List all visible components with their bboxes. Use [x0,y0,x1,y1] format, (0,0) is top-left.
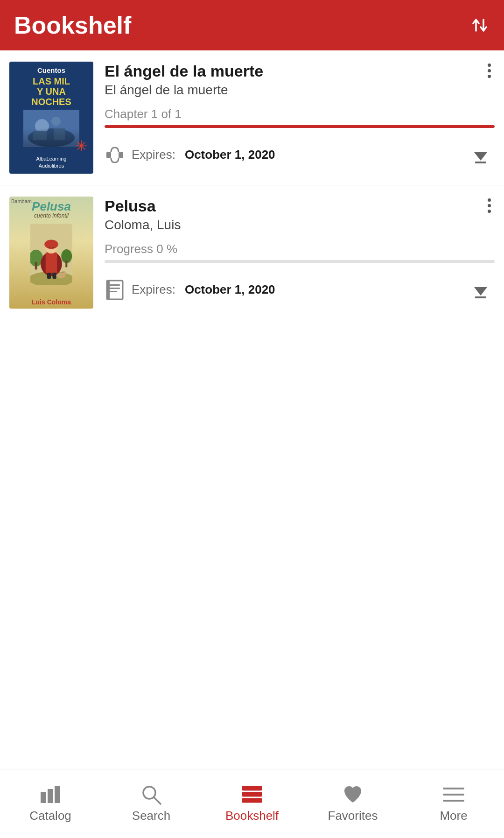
expires-date: October 1, 2020 [185,148,275,162]
ebook-icon [105,280,125,300]
book-title-area-2: Pelusa Coloma, Luis [105,197,181,232]
nav-item-favorites[interactable]: Favorites [302,769,403,838]
catalog-icon [38,784,63,805]
nav-item-bookshelf[interactable]: Bookshelf [202,769,302,838]
dot-3 [488,75,491,78]
svg-rect-31 [107,281,110,299]
progress-bar-track [105,125,495,128]
dot-2 [488,69,491,72]
book-header-row-2: Pelusa Coloma, Luis [105,197,495,232]
progress-label-2: Progress 0 % [105,242,495,256]
cover-figure [30,221,72,282]
svg-rect-23 [52,272,56,278]
progress-label: Chapter 1 of 1 [105,107,495,121]
svg-rect-29 [110,288,120,289]
cover-title-main: LAS MILY UNANOCHES [31,76,71,107]
download-button-2[interactable] [467,276,495,304]
progress-bar-track-2 [105,260,495,263]
nav-item-search[interactable]: Search [101,769,202,838]
table-row: Cuentos LAS MILY UNANOCHES ✳ AlbaLearnin… [0,50,504,185]
progress-section-2: Progress 0 % [105,242,495,263]
svg-rect-34 [41,792,46,803]
svg-rect-5 [54,128,65,140]
book-info-1: El ángel de la muerte El ángel de la mue… [105,62,495,174]
book-info-2: Pelusa Coloma, Luis Progress 0 % [105,197,495,309]
svg-marker-32 [474,287,487,296]
expires-date-2: October 1, 2020 [185,282,275,297]
cover-image-area [23,110,79,147]
dot-1 [488,198,491,202]
svg-point-1 [28,128,75,147]
book-meta-left-2: Expires: October 1, 2020 [105,280,275,300]
svg-rect-17 [46,252,57,273]
sort-button[interactable] [469,15,490,35]
book-author-2: Coloma, Luis [105,218,181,232]
book-cover-1[interactable]: Cuentos LAS MILY UNANOCHES ✳ AlbaLearnin… [9,62,93,174]
book-author: El ángel de la muerte [105,83,263,98]
more-label: More [440,809,467,823]
bottom-navigation: Catalog Search Bookshelf Favorit [0,769,504,838]
book-cover-2[interactable]: Bambam Pelusa cuento infantil [9,197,93,309]
book-meta-1: Expires: October 1, 2020 [105,141,495,169]
dot-2 [488,204,491,207]
cover-publisher: Bambam [11,198,32,204]
bookshelf-label: Bookshelf [225,809,279,823]
download-button-1[interactable] [467,141,495,169]
book-more-button[interactable] [484,62,495,80]
svg-marker-8 [474,152,487,161]
bookshelf-icon [240,784,264,805]
svg-point-26 [62,271,64,273]
svg-rect-6 [106,152,111,158]
svg-rect-39 [242,786,262,790]
book-list: Cuentos LAS MILY UNANOCHES ✳ AlbaLearnin… [0,50,504,769]
svg-rect-41 [242,798,262,803]
book-meta-left: Expires: October 1, 2020 [105,145,275,165]
book-title-2: Pelusa [105,197,181,216]
app-header: Bookshelf [0,0,504,50]
favorites-icon [341,784,365,805]
svg-rect-33 [475,296,486,298]
book-meta-2: Expires: October 1, 2020 [105,276,495,304]
more-icon [441,784,466,805]
svg-point-21 [52,247,54,248]
favorites-label: Favorites [328,809,378,823]
svg-rect-13 [35,262,37,269]
svg-rect-22 [47,272,51,278]
audio-icon [105,145,125,165]
book-more-button-2[interactable] [484,197,495,215]
svg-line-38 [154,797,161,804]
svg-rect-35 [48,789,53,803]
svg-point-20 [49,247,50,248]
svg-rect-40 [242,792,262,796]
dot-3 [488,210,491,213]
table-row: Bambam Pelusa cuento infantil [0,185,504,320]
book-header-row: El ángel de la muerte El ángel de la mue… [105,62,495,98]
svg-rect-28 [110,284,120,286]
nav-item-more[interactable]: More [403,769,504,838]
svg-rect-7 [119,152,123,158]
search-label: Search [132,809,170,823]
svg-rect-9 [475,162,486,163]
expires-label: Expires: [132,148,175,162]
book-title-area: El ángel de la muerte El ángel de la mue… [105,62,263,98]
svg-rect-15 [65,260,67,267]
empty-content-area [0,320,504,769]
cover-pelusa-title: Pelusa [32,200,71,212]
progress-bar-fill [105,125,495,128]
dot-1 [488,63,491,67]
svg-point-19 [44,239,58,249]
search-icon [139,784,163,805]
catalog-label: Catalog [29,809,71,823]
page-title: Bookshelf [14,11,131,39]
cover-author: Luis Coloma [32,298,71,306]
nav-item-catalog[interactable]: Catalog [0,769,101,838]
svg-point-2 [35,119,49,133]
svg-rect-36 [55,786,60,803]
svg-rect-0 [23,110,79,147]
progress-section-1: Chapter 1 of 1 [105,107,495,128]
svg-rect-30 [110,291,117,292]
expires-label-2: Expires: [132,282,175,297]
svg-point-3 [51,117,61,126]
svg-rect-4 [33,131,47,140]
cover-star-icon: ✳ [75,137,88,155]
